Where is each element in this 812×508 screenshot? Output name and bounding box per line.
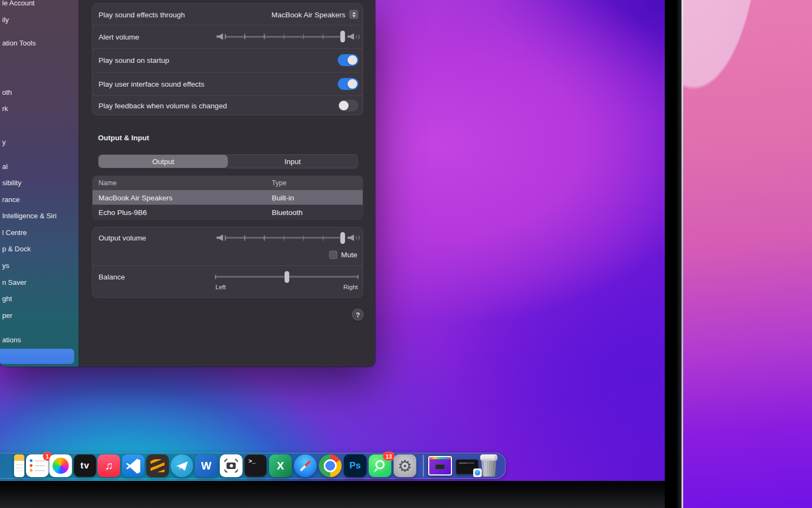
balance-label: Balance — [99, 273, 125, 281]
dock-icon-photos[interactable] — [49, 454, 72, 477]
mute-label: Mute — [341, 251, 357, 259]
settings-sidebar: le Account ily ation Tools oth rk y al s… — [0, 0, 79, 367]
ui-sound-effects-toggle[interactable] — [338, 78, 358, 90]
dock-icon-apple-tv[interactable]: tv — [74, 454, 96, 477]
sidebar-item-appearance[interactable]: rance — [2, 196, 20, 204]
sidebar-item-bluetooth[interactable]: oth — [2, 88, 12, 96]
output-volume-label: Output volume — [99, 234, 146, 242]
sound-effects-label: Play sound effects through — [99, 10, 185, 18]
dock-minimized-window-1[interactable] — [428, 456, 452, 476]
sidebar-item-control-centre[interactable]: l Centre — [2, 229, 27, 237]
dock-icon-sublime-text[interactable] — [146, 454, 169, 477]
alert-volume-slider[interactable] — [217, 25, 357, 48]
column-type: Type — [272, 179, 286, 187]
chevron-down-icon — [352, 15, 356, 17]
tab-output[interactable]: Output — [99, 155, 228, 168]
music-note-icon: ♫ — [97, 454, 120, 477]
dock-icon-excel[interactable]: X — [269, 454, 292, 477]
laptop-bottom-bezel — [0, 481, 665, 508]
dock-icon-screenshot[interactable] — [220, 454, 243, 477]
balance-right-label: Right — [325, 284, 358, 290]
sidebar-item-network[interactable]: rk — [2, 105, 8, 113]
slider-track[interactable] — [225, 36, 343, 37]
slider-thumb[interactable] — [340, 232, 345, 244]
balance-slider[interactable] — [215, 276, 358, 278]
dock-divider — [423, 455, 424, 477]
dock-icon-trash[interactable] — [480, 454, 498, 477]
sidebar-item-wallpaper[interactable]: per — [2, 311, 12, 320]
dock-icon-apple-music[interactable]: ♫ — [97, 454, 120, 477]
dock-icon-safari[interactable] — [294, 454, 317, 477]
whatsapp-badge: 13 — [383, 452, 395, 461]
vscode-ribbon-icon — [125, 457, 142, 475]
slider-track[interactable] — [225, 237, 343, 239]
dock-icon-chrome[interactable] — [319, 454, 342, 477]
popup-stepper-icon[interactable] — [349, 10, 358, 19]
balance-thumb[interactable] — [284, 271, 289, 283]
help-button[interactable]: ? — [352, 309, 364, 321]
system-settings-window: le Account ily ation Tools oth rk y al s… — [0, 0, 375, 367]
table-row-macbook-speakers[interactable]: MacBook Air Speakers Built-in — [93, 190, 363, 205]
output-volume-group: Output volume Mute Balanc — [92, 227, 363, 298]
dock-icon-reminders[interactable]: 1 — [26, 454, 49, 477]
sidebar-item-desktop-dock[interactable]: p & Dock — [2, 245, 31, 253]
speaker-low-icon — [217, 34, 223, 40]
sidebar-item-battery[interactable]: y — [2, 138, 6, 146]
mute-checkbox[interactable] — [329, 251, 337, 259]
sidebar-item-family[interactable]: ily — [2, 16, 9, 24]
sidebar-item-apple-account[interactable]: le Account — [2, 0, 35, 7]
output-input-heading: Output & Input — [98, 134, 149, 142]
sidebar-item-accessibility[interactable]: sibility — [2, 179, 21, 187]
tab-input[interactable]: Input — [228, 155, 357, 168]
sound-settings-panel: Play sound effects through MacBook Air S… — [79, 0, 375, 367]
device-type: Built-in — [272, 193, 294, 201]
dock-icon-vscode[interactable] — [122, 454, 145, 477]
sidebar-item-screen-saver[interactable]: n Saver — [2, 278, 27, 286]
sidebar-item-displays[interactable]: ys — [2, 262, 9, 270]
gear-icon: ⚙ — [394, 454, 416, 477]
ui-sound-effects-label: Play user interface sound effects — [99, 80, 205, 88]
laptop-side-bezel — [665, 0, 683, 508]
dock-icon-word[interactable]: W — [195, 454, 218, 477]
dock-icon-whatsapp[interactable]: 13 — [369, 454, 391, 477]
alert-volume-label: Alert volume — [99, 32, 139, 41]
separator — [93, 95, 363, 96]
sidebar-item-intelligence-siri[interactable]: Intelligence & Siri — [2, 212, 56, 220]
trash-bin-icon — [481, 458, 497, 477]
excel-glyph: X — [269, 454, 292, 477]
dock-icon-terminal[interactable]: >_ — [244, 454, 267, 477]
sidebar-item-spotlight[interactable]: ght — [2, 295, 12, 303]
dock-icon-notes[interactable] — [14, 454, 24, 477]
trash-paper-icon — [480, 454, 497, 461]
startup-sound-label: Play sound on startup — [99, 56, 169, 64]
output-devices-table: Name Type MacBook Air Speakers Built-in … — [92, 175, 363, 220]
column-name: Name — [99, 179, 116, 187]
separator — [93, 48, 363, 49]
dock-minimized-window-2[interactable] — [456, 459, 479, 474]
volume-feedback-label: Play feedback when volume is changed — [99, 102, 227, 110]
chevron-up-icon — [352, 12, 356, 14]
compass-needle-icon — [300, 460, 311, 472]
table-row-echo-plus[interactable]: Echo Plus-9B6 Bluetooth — [93, 205, 363, 219]
sidebar-item-notifications[interactable]: ations — [2, 336, 21, 344]
sound-effects-device-value[interactable]: MacBook Air Speakers — [271, 10, 345, 18]
sidebar-item-general[interactable]: al — [2, 162, 8, 171]
dock-icon-system-settings[interactable]: ⚙ — [394, 454, 416, 477]
dock-icon-telegram[interactable] — [171, 454, 193, 477]
camera-icon — [227, 463, 236, 469]
separator — [93, 72, 363, 73]
volume-feedback-toggle[interactable] — [338, 100, 358, 112]
sidebar-item-sound-selected[interactable] — [0, 349, 74, 364]
output-volume-slider[interactable] — [217, 227, 357, 248]
sidebar-item-tools[interactable]: ation Tools — [2, 39, 36, 47]
startup-sound-toggle[interactable] — [338, 54, 358, 66]
dock-icon-photoshop[interactable]: Ps — [344, 454, 366, 477]
paper-plane-icon — [176, 461, 188, 471]
device-name: MacBook Air Speakers — [99, 193, 173, 201]
slider-thumb[interactable] — [340, 31, 345, 43]
device-name: Echo Plus-9B6 — [99, 208, 147, 216]
terminal-prompt-icon: >_ — [245, 455, 266, 477]
balance-left-label: Left — [215, 284, 226, 290]
device-type: Bluetooth — [272, 208, 303, 216]
background-screen-wallpaper — [683, 0, 812, 508]
